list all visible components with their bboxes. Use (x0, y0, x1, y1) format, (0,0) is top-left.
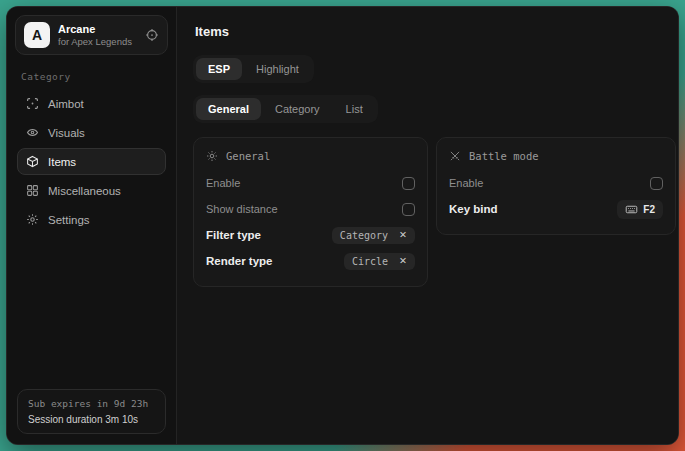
subscription-info-box: Sub expires in 9d 23h Session duration 3… (17, 389, 166, 434)
battle-mode-panel-header: Battle mode (449, 150, 663, 162)
sidebar-category-label: Category (21, 71, 162, 82)
tab-category[interactable]: Category (263, 98, 332, 120)
grid-icon (26, 184, 39, 197)
setting-label: Filter type (206, 229, 261, 241)
setting-row-key-bind: Key bind F2 (449, 196, 663, 222)
sub-expires-text: Sub expires in 9d 23h (28, 398, 155, 409)
sidebar-item-label: Miscellaneous (48, 185, 121, 197)
battle-enable-checkbox[interactable] (650, 177, 663, 190)
tab-list[interactable]: List (334, 98, 375, 120)
setting-row-enable: Enable (206, 170, 415, 196)
general-panel-header: General (206, 150, 415, 162)
session-duration-text: Session duration 3m 10s (28, 414, 155, 425)
sidebar-item-visuals[interactable]: Visuals (17, 119, 166, 146)
panel-title: General (226, 150, 270, 162)
general-panel: General Enable Show distance Filter type… (193, 137, 428, 287)
key-bind-button[interactable]: F2 (617, 200, 663, 219)
sidebar: A Arcane for Apex Legends Category (7, 7, 177, 444)
app-subtitle: for Apex Legends (58, 36, 132, 47)
filter-type-select[interactable]: Category ✕ (332, 227, 415, 244)
app-name: Arcane (58, 23, 132, 35)
setting-label: Show distance (206, 203, 278, 215)
keyboard-icon (625, 203, 638, 216)
setting-row-battle-enable: Enable (449, 170, 663, 196)
main-content: Items ESP Highlight General Category Lis… (177, 7, 679, 444)
battle-mode-panel: Battle mode Enable Key bind (436, 137, 676, 235)
sidebar-item-label: Aimbot (48, 98, 84, 110)
enable-checkbox[interactable] (402, 177, 415, 190)
brand-text: Arcane for Apex Legends (58, 23, 132, 47)
tab-highlight[interactable]: Highlight (244, 58, 311, 80)
setting-label: Key bind (449, 203, 498, 215)
desktop-background: { "app": { "name": "Arcane", "subtitle":… (0, 0, 685, 451)
sidebar-item-label: Items (48, 156, 76, 168)
clear-icon[interactable]: ✕ (399, 256, 407, 266)
mode-tab-group: ESP Highlight (193, 55, 314, 83)
clear-icon[interactable]: ✕ (399, 230, 407, 240)
sidebar-item-label: Settings (48, 214, 90, 226)
tab-general[interactable]: General (196, 98, 261, 120)
setting-row-show-distance: Show distance (206, 196, 415, 222)
render-type-select[interactable]: Circle ✕ (344, 253, 415, 270)
page-title: Items (195, 24, 676, 39)
sidebar-item-aimbot[interactable]: Aimbot (17, 90, 166, 117)
eye-icon (26, 126, 39, 139)
box-icon (26, 155, 39, 168)
brand-card: A Arcane for Apex Legends (15, 15, 168, 55)
swords-icon (449, 150, 461, 162)
sidebar-item-settings[interactable]: Settings (17, 206, 166, 233)
filter-type-value: Category (340, 230, 388, 241)
app-logo: A (24, 22, 50, 48)
setting-label: Enable (449, 177, 483, 189)
show-distance-checkbox[interactable] (402, 203, 415, 216)
target-icon[interactable] (145, 28, 159, 42)
setting-label: Render type (206, 255, 272, 267)
key-bind-value: F2 (643, 204, 655, 215)
tab-esp[interactable]: ESP (196, 58, 242, 80)
crosshair-icon (26, 97, 39, 110)
render-type-value: Circle (352, 256, 388, 267)
setting-label: Enable (206, 177, 240, 189)
sidebar-item-items[interactable]: Items (17, 148, 166, 175)
app-window: A Arcane for Apex Legends Category (6, 6, 679, 445)
sidebar-spacer (15, 234, 168, 387)
sun-icon (206, 150, 218, 162)
gear-icon (26, 213, 39, 226)
panel-title: Battle mode (469, 150, 539, 162)
sidebar-item-label: Visuals (48, 127, 85, 139)
setting-row-render-type: Render type Circle ✕ (206, 248, 415, 274)
view-tab-group: General Category List (193, 95, 378, 123)
panels-row: General Enable Show distance Filter type… (193, 137, 676, 287)
setting-row-filter-type: Filter type Category ✕ (206, 222, 415, 248)
sidebar-item-miscellaneous[interactable]: Miscellaneous (17, 177, 166, 204)
